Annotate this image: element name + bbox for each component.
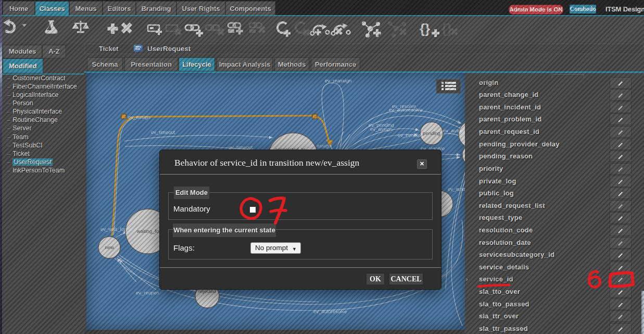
svg-text:{}: {} [420,21,430,36]
svg-text:ev_timeout: ev_timeout [151,129,175,135]
svg-text:ev_pending: ev_pending [398,132,423,138]
svg-text:ev_reassign: ev_reassign [325,78,351,83]
svg-text:{}: {} [441,21,452,36]
svg-text:waiting_fo: waiting_fo [136,228,159,234]
svg-text:new: new [105,244,114,250]
svg-text:ev_autore: ev_autore [448,186,465,192]
svg-text:ev_reopen: ev_reopen [136,290,159,295]
svg-text:pending: pending [423,130,440,136]
svg-text:ev_assign: ev_assign [370,126,393,132]
svg-text:ev_autoresolv: ev_autoresolv [443,128,465,133]
svg-text:ev_autoresolve: ev_autoresolve [313,308,347,314]
svg-text:ev_wait_for_app: ev_wait_for_app [100,226,137,232]
svg-text:ev_assign: ev_assign [128,114,150,120]
svg-text:ev_autoresolve: ev_autoresolve [389,107,422,113]
svg-text:ev_assign: ev_assign [309,143,331,149]
